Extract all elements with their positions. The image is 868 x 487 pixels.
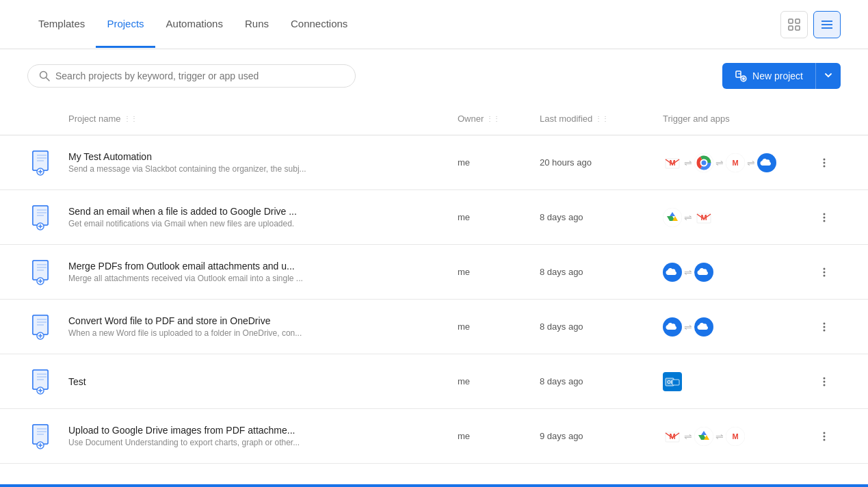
svg-rect-2	[789, 26, 793, 30]
app-icon-outlook: Ol	[663, 372, 682, 391]
modified-cell: 9 days ago	[540, 431, 663, 441]
more-button[interactable]	[813, 207, 835, 228]
modified-cell: 8 days ago	[540, 321, 663, 332]
more-actions	[813, 152, 841, 174]
apps-cell: ⇌	[663, 263, 813, 282]
connector-icon: ⇌	[684, 157, 692, 168]
project-description: Merge all attachments received via Outlo…	[68, 274, 447, 283]
svg-point-33	[824, 165, 826, 167]
app-icon-gmail: M	[694, 208, 713, 227]
new-project-label: New project	[752, 70, 803, 81]
svg-point-31	[824, 158, 826, 160]
more-vertical-icon	[819, 212, 830, 223]
header-owner: Owner ⋮⋮	[458, 114, 540, 124]
svg-text:M: M	[700, 213, 707, 222]
search-icon	[39, 70, 50, 81]
table-row[interactable]: Convert Word file to PDF and store in On…	[0, 300, 868, 354]
grid-icon	[788, 18, 800, 31]
app-icon-gdrive	[694, 427, 713, 446]
app-icon-cloud2	[694, 317, 713, 337]
tab-connections[interactable]: Connections	[280, 1, 358, 48]
owner-cell: me	[458, 267, 540, 277]
tab-automations[interactable]: Automations	[155, 1, 234, 48]
svg-rect-3	[795, 26, 800, 30]
svg-point-53	[824, 267, 826, 269]
more-button[interactable]	[813, 316, 835, 338]
more-actions	[813, 207, 841, 228]
svg-point-54	[824, 271, 826, 273]
svg-point-63	[824, 322, 826, 324]
search-input[interactable]	[55, 70, 344, 81]
project-icon	[27, 367, 56, 396]
more-actions	[813, 371, 841, 393]
toolbar: New project	[0, 49, 868, 103]
trigger-apps-label: Trigger and apps	[663, 114, 730, 124]
svg-point-91	[824, 435, 826, 437]
table-row[interactable]: Upload to Google Drive images from PDF a…	[0, 409, 868, 464]
more-vertical-icon	[819, 321, 830, 332]
table-row[interactable]: Send an email when a file is added to Go…	[0, 190, 868, 245]
app-icon-gmail: M	[663, 427, 682, 446]
svg-text:Ol: Ol	[667, 380, 672, 384]
app-icon-gmail2: M	[726, 153, 745, 172]
project-icon	[27, 148, 56, 177]
more-button[interactable]	[813, 371, 835, 393]
project-info: Send an email when a file is added to Go…	[68, 198, 458, 237]
svg-point-77	[824, 380, 826, 382]
table-row[interactable]: Test me 8 days ago Ol	[0, 354, 868, 409]
app-icon-gdrive	[663, 208, 682, 227]
owner-cell: me	[458, 431, 540, 441]
project-description: When a new Word file is uploaded to a fo…	[68, 328, 447, 338]
table-row[interactable]: Merge PDFs from Outlook email attachment…	[0, 245, 868, 300]
more-button[interactable]	[813, 152, 835, 174]
app-icon-cloud	[757, 153, 776, 172]
drag-handle-icon-3: ⋮⋮	[595, 115, 609, 122]
app-icon-gmail2: M	[726, 427, 745, 446]
tab-projects[interactable]: Projects	[96, 1, 155, 48]
project-name: My Test Automation	[68, 151, 447, 162]
connector-icon: ⇌	[684, 212, 692, 223]
project-icon	[27, 422, 56, 451]
apps-cell: ⇌ M	[663, 208, 813, 227]
app-icon-chrome	[694, 153, 713, 172]
more-button[interactable]	[813, 261, 835, 283]
svg-line-8	[47, 78, 50, 81]
tab-templates[interactable]: Templates	[27, 1, 96, 48]
project-description: Use Document Understanding to export cha…	[68, 438, 447, 447]
nav-tabs: Templates Projects Automations Runs Conn…	[27, 1, 358, 48]
svg-point-43	[824, 213, 826, 215]
project-info: Merge PDFs from Outlook email attachment…	[68, 252, 458, 291]
svg-text:M: M	[732, 432, 738, 440]
chevron-down-icon	[824, 71, 832, 79]
svg-point-27	[702, 160, 707, 165]
list-icon	[821, 18, 833, 31]
projects-table: My Test Automation Send a message via Sl…	[0, 135, 868, 464]
drag-handle-icon: ⋮⋮	[124, 115, 137, 122]
connector-icon: ⇌	[715, 431, 724, 442]
svg-rect-0	[789, 19, 793, 23]
project-info: Convert Word file to PDF and store in On…	[68, 307, 458, 346]
new-project-dropdown[interactable]	[815, 63, 841, 89]
more-vertical-icon	[819, 267, 830, 278]
project-description: Get email notifications via Gmail when n…	[68, 219, 447, 228]
more-button[interactable]	[813, 425, 835, 447]
grid-view-button[interactable]	[780, 11, 808, 38]
table-row[interactable]: My Test Automation Send a message via Sl…	[0, 135, 868, 190]
tab-runs[interactable]: Runs	[234, 1, 280, 48]
list-view-button[interactable]	[813, 11, 841, 38]
apps-cell: M ⇌ ⇌ M ⇌	[663, 153, 813, 172]
connector-icon: ⇌	[684, 431, 692, 442]
owner-cell: me	[458, 376, 540, 386]
svg-text:M: M	[732, 159, 738, 167]
header-project-name: Project name ⋮⋮	[68, 114, 458, 124]
more-vertical-icon	[819, 376, 830, 387]
table-header: Project name ⋮⋮ Owner ⋮⋮ Last modified ⋮…	[0, 103, 868, 135]
project-icon	[27, 258, 56, 287]
new-project-button[interactable]: New project	[722, 63, 815, 89]
project-name: Test	[68, 376, 447, 387]
more-vertical-icon	[819, 431, 830, 442]
svg-point-64	[824, 326, 826, 328]
modified-cell: 20 hours ago	[540, 157, 663, 168]
owner-cell: me	[458, 212, 540, 222]
app-icon-cloud1	[663, 317, 682, 337]
